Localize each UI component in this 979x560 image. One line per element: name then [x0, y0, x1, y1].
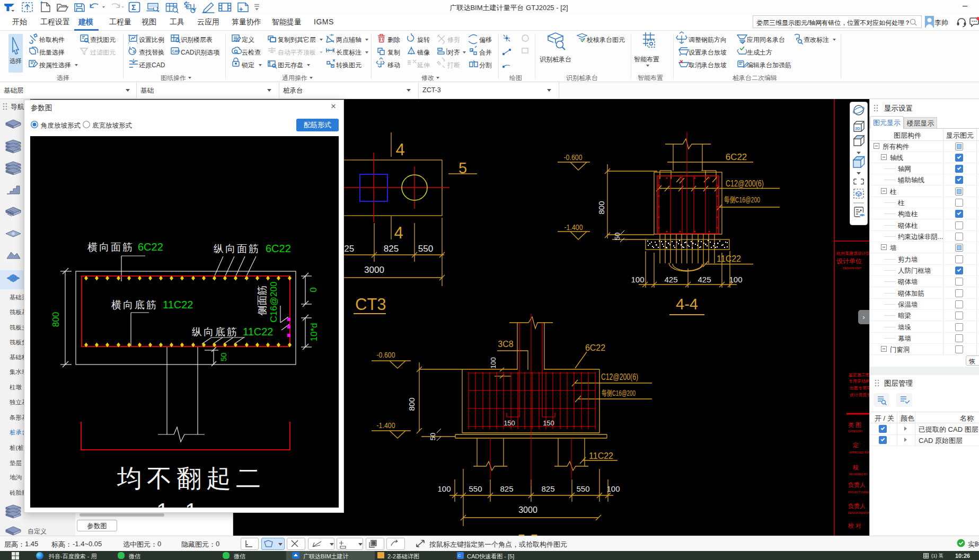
svg-text:横向底筋: 横向底筋	[111, 299, 158, 310]
svg-text:-1.400: -1.400	[565, 223, 583, 232]
svg-text:每侧C16@200: 每侧C16@200	[602, 388, 636, 397]
svg-text:50: 50	[429, 433, 437, 440]
svg-text:3000: 3000	[518, 505, 537, 514]
svg-text:825: 825	[541, 484, 554, 493]
svg-text:出图专用章: 出图专用章	[850, 386, 869, 390]
svg-text:5-5: 5-5	[517, 532, 538, 536]
svg-text:REVIEWED BY: REVIEWED BY	[849, 473, 868, 476]
svg-text:11C22: 11C22	[243, 326, 273, 337]
svg-text:50: 50	[613, 233, 621, 240]
svg-text:425: 425	[698, 275, 711, 284]
svg-text:DESIGN UNIT: DESIGN UNIT	[843, 266, 862, 270]
svg-text:11C22: 11C22	[589, 451, 613, 460]
svg-text:4: 4	[394, 224, 403, 242]
svg-text:6C22: 6C22	[138, 241, 163, 253]
svg-text:设计资质专用章: 设计资质专用章	[850, 393, 869, 397]
svg-text:CT3: CT3	[355, 295, 386, 314]
svg-text:11C22: 11C22	[717, 254, 741, 263]
svg-text:100: 100	[729, 275, 742, 284]
svg-text:5: 5	[458, 159, 467, 176]
svg-text:150: 150	[543, 419, 554, 427]
svg-text:纵向面筋: 纵向面筋	[214, 243, 260, 254]
svg-text:1: 1	[156, 499, 169, 508]
svg-text:100: 100	[631, 275, 644, 284]
svg-text:侧面筋: 侧面筋	[257, 286, 268, 316]
svg-text:425: 425	[664, 275, 677, 284]
svg-text:1: 1	[185, 499, 197, 508]
svg-text:3D: 3D	[855, 126, 860, 131]
svg-text:-0.600: -0.600	[564, 153, 583, 162]
svg-text:11C22: 11C22	[163, 299, 193, 310]
svg-text:PROJECT DIRECTOR: PROJECT DIRECTOR	[848, 491, 869, 494]
svg-text:3C8: 3C8	[498, 340, 513, 349]
svg-text:类 图: 类 图	[848, 422, 861, 428]
svg-text:Σ: Σ	[131, 3, 136, 12]
svg-text:鉴定施工图审查: 鉴定施工图审查	[849, 372, 869, 377]
svg-text:4-4: 4-4	[676, 296, 698, 313]
svg-text:800: 800	[407, 397, 416, 411]
svg-text:150: 150	[504, 419, 515, 427]
svg-text:杭州某建筑设计院: 杭州某建筑设计院	[836, 251, 869, 256]
svg-text:设计单位: 设计单位	[836, 257, 862, 265]
svg-text:负责人: 负责人	[848, 503, 866, 509]
svg-text:均不翻起二: 均不翻起二	[117, 464, 266, 492]
svg-text:校 对: 校 对	[848, 522, 861, 529]
svg-text:C12@200(6): C12@200(6)	[601, 372, 638, 381]
svg-text:6C22: 6C22	[726, 152, 747, 162]
svg-text:4: 4	[395, 140, 404, 159]
svg-text:100: 100	[606, 484, 620, 493]
svg-text:0: 0	[308, 287, 319, 292]
svg-text:定: 定	[853, 442, 859, 448]
svg-text:825: 825	[500, 484, 513, 493]
svg-text:6C22: 6C22	[585, 343, 605, 352]
svg-text:825: 825	[384, 244, 399, 254]
svg-text:专用章结构专业: 专用章结构专业	[849, 379, 869, 384]
svg-text:800: 800	[597, 201, 606, 214]
svg-text:横向面筋: 横向面筋	[87, 242, 134, 253]
svg-text:每侧C16@200: 每侧C16@200	[724, 195, 760, 204]
svg-text:CAD: CAD	[172, 49, 180, 53]
svg-text:100: 100	[437, 484, 451, 493]
svg-text:纵向底筋: 纵向底筋	[192, 326, 239, 337]
svg-text:550: 550	[469, 484, 482, 493]
svg-text:3000: 3000	[364, 265, 384, 275]
svg-text:50: 50	[219, 353, 228, 362]
svg-text:C12@200(6): C12@200(6)	[726, 179, 764, 188]
svg-text:C16@200: C16@200	[269, 282, 279, 323]
svg-text:CATEGORY: CATEGORY	[848, 430, 863, 433]
svg-text:550: 550	[418, 244, 433, 254]
svg-text:DESIGN RESPONSIBLE: DESIGN RESPONSIBLE	[848, 511, 869, 514]
svg-text:APPROVED FOR ISSUE: APPROVED FOR ISSUE	[849, 451, 869, 454]
svg-text:C: C	[458, 554, 461, 557]
svg-text:-1.400: -1.400	[377, 421, 395, 430]
svg-text:100: 100	[489, 357, 497, 369]
svg-text:800: 800	[51, 312, 61, 327]
svg-text:核: 核	[852, 464, 859, 470]
svg-text:10*d: 10*d	[309, 323, 319, 342]
svg-text:负责人: 负责人	[848, 482, 866, 488]
svg-text:-0.600: -0.600	[377, 350, 395, 359]
svg-text:550: 550	[576, 484, 589, 493]
svg-text:6C22: 6C22	[266, 243, 291, 254]
